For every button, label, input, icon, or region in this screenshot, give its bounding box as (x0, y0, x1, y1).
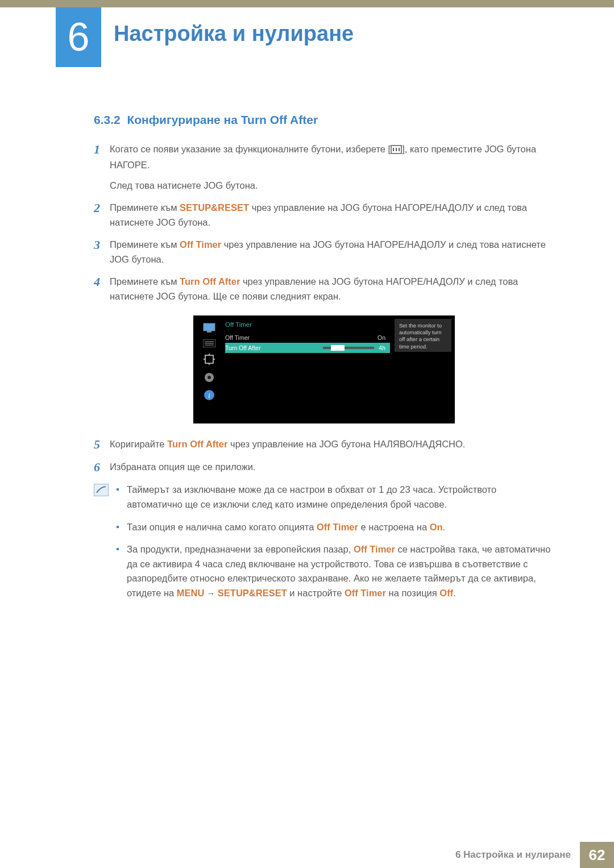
step-1: 1 Когато се появи указание за функционал… (94, 142, 554, 193)
text: Тази опция е налична само когато опцията (127, 522, 317, 532)
text: . (453, 588, 456, 598)
note-item: За продукти, предназначени за европейски… (117, 542, 554, 600)
gear-icon (203, 371, 215, 384)
text: За продукти, предназначени за европейски… (127, 544, 354, 554)
text: е настроена на (358, 522, 430, 532)
text: и настройте (287, 588, 345, 598)
footer-chapter-title: 6 Настройка и нулиране (455, 842, 580, 868)
chapter-number-tab: 6 (56, 7, 101, 67)
svg-rect-15 (94, 484, 109, 496)
svg-rect-4 (204, 323, 215, 331)
resize-icon (203, 353, 215, 366)
step-number: 2 (94, 201, 110, 230)
text: Преминете към (110, 202, 180, 213)
osd-slider (323, 347, 374, 349)
osd-row-turn-off-after: Turn Off After 4h (225, 343, 390, 353)
svg-point-12 (208, 376, 211, 379)
step-body: Избраната опция ще се приложи. (110, 460, 554, 475)
note-item: Таймерът за изключване може да се настро… (117, 483, 554, 512)
step-6: 6 Избраната опция ще се приложи. (94, 460, 554, 475)
step-body: Преминете към Turn Off After чрез управл… (110, 275, 554, 304)
section-heading: 6.3.2 Конфигуриране на Turn Off After (94, 111, 554, 130)
keyword: Off Timer (180, 239, 221, 250)
text: . (443, 522, 446, 532)
note-block: Таймерът за изключване може да се настро… (94, 483, 554, 608)
osd-help: Set the monitor to automatically turn of… (395, 319, 451, 352)
arrow-icon: → (204, 588, 217, 598)
step-number: 1 (94, 142, 110, 193)
step-number: 5 (94, 437, 110, 452)
text: Преминете към (110, 276, 180, 286)
info-icon: i (204, 389, 215, 401)
section-number: 6.3.2 (94, 113, 121, 126)
osd-value: 4h (379, 343, 387, 352)
keyword: Off Timer (317, 522, 358, 532)
svg-rect-10 (205, 355, 213, 363)
chapter-number: 6 (68, 6, 90, 68)
text: Таймерът за изключване може да се настро… (127, 484, 496, 509)
svg-text:i: i (208, 391, 210, 400)
step-3: 3 Преминете към Off Timer чрез управлени… (94, 238, 554, 267)
osd-label: Off Timer (225, 333, 377, 342)
note-icon (94, 483, 111, 608)
step-body: Когато се появи указание за функционални… (110, 142, 554, 193)
osd-main: Off Timer Off Timer On Turn Off After 4h (222, 319, 395, 401)
keyword: Off Timer (354, 544, 395, 554)
osd-panel: i Off Timer Off Timer On Turn Off After … (193, 315, 455, 423)
text: Коригирайте (110, 439, 167, 449)
page-footer: 6 Настройка и нулиране 62 (0, 842, 614, 868)
keyword: MENU (177, 588, 205, 598)
osd-screenshot: i Off Timer Off Timer On Turn Off After … (94, 315, 554, 423)
note-item: Тази опция е налична само когато опцията… (117, 520, 554, 535)
osd-sidebar: i (197, 319, 222, 401)
svg-rect-5 (207, 331, 211, 333)
list-icon (203, 339, 215, 347)
monitor-icon (202, 322, 216, 334)
step-number: 4 (94, 275, 110, 304)
keyword: Turn Off After (180, 276, 240, 286)
step-5: 5 Коригирайте Turn Off After чрез управл… (94, 437, 554, 452)
keyword: Off (439, 588, 453, 598)
keyword: Turn Off After (167, 439, 227, 449)
step-body: Преминете към Off Timer чрез управление … (110, 238, 554, 267)
step-body: Коригирайте Turn Off After чрез управлен… (110, 437, 554, 452)
osd-value: On (377, 333, 387, 342)
step-body: Преминете към SETUP&RESET чрез управлени… (110, 201, 554, 230)
osd-title: Off Timer (225, 320, 390, 330)
keyword: Off Timer (345, 588, 386, 598)
osd-row-off-timer: Off Timer On (225, 333, 390, 343)
page-content: 6.3.2 Конфигуриране на Turn Off After 1 … (94, 111, 554, 608)
text: Когато се появи указание за функционални… (110, 144, 391, 154)
chapter-title: Настройка и нулиране (114, 17, 354, 51)
note-list: Таймерът за изключване може да се настро… (111, 483, 554, 608)
top-bar (0, 0, 614, 7)
osd-label: Turn Off After (225, 343, 323, 352)
footer-page-number: 62 (580, 842, 614, 868)
keyword: On (430, 522, 443, 532)
keyword: SETUP&RESET (180, 202, 249, 213)
menu-icon (391, 144, 402, 159)
text: След това натиснете JOG бутона. (110, 178, 554, 193)
step-number: 3 (94, 238, 110, 267)
step-4: 4 Преминете към Turn Off After чрез упра… (94, 275, 554, 304)
section-title: Конфигуриране на Turn Off After (127, 113, 318, 126)
text: на позиция (386, 588, 439, 598)
text: Преминете към (110, 239, 180, 250)
step-number: 6 (94, 460, 110, 475)
keyword: SETUP&RESET (218, 588, 287, 598)
text: чрез управление на JOG бутона НАЛЯВО/НАД… (227, 439, 465, 449)
step-2: 2 Преминете към SETUP&RESET чрез управле… (94, 201, 554, 230)
